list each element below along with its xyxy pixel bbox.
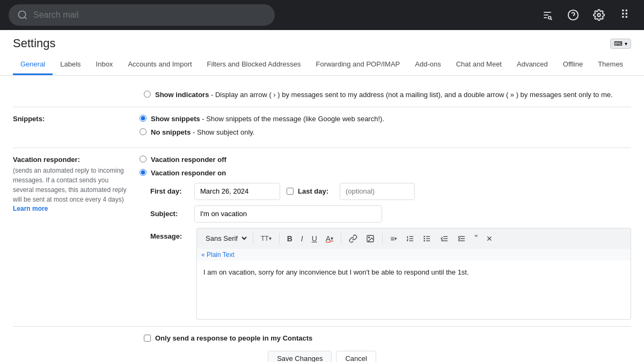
show-indicators-radio[interactable] [144,91,151,98]
topbar-right: ⠿ [537,4,635,26]
snippets-row: Snippets: Show snippets - Show snippets … [13,107,631,148]
first-day-label: First day: [150,187,188,195]
save-bar: Save Changes Cancel [13,351,631,363]
no-snippets-label: No snippets - Show subject only. [151,127,254,138]
italic-btn[interactable]: I [298,232,306,245]
ol-btn[interactable] [402,232,418,245]
toolbar-divider-4 [382,233,383,244]
tab-filters[interactable]: Filters and Blocked Addresses [200,55,309,75]
toolbar-divider-1 [253,233,253,244]
tab-accounts[interactable]: Accounts and Import [120,55,199,75]
image-btn[interactable] [363,232,378,245]
blockquote-btn[interactable]: " [471,232,481,246]
no-snippets-option: No snippets - Show subject only. [140,127,631,138]
show-snippets-option: Show snippets - Show snippets of the mes… [140,114,631,124]
tab-advanced[interactable]: Advanced [509,55,555,75]
svg-point-0 [19,11,26,18]
subject-row: Subject: [150,205,631,223]
toolbar-divider-3 [341,233,341,244]
search-input[interactable] [33,10,266,20]
svg-point-9 [597,13,601,17]
settings-icon-btn[interactable] [588,4,610,26]
settings-title-row: Settings ⌨ ▾ [13,36,631,55]
contacts-only-label: Only send a response to people in my Con… [155,334,312,342]
plain-text-link[interactable]: « Plain Text [196,249,631,261]
vacation-off-label: Vacation responder off [151,154,226,165]
svg-point-18 [424,236,425,237]
cancel-button[interactable]: Cancel [336,351,376,363]
vacation-label: Vacation responder: (sends an automated … [13,154,131,212]
remove-formatting-btn[interactable]: ✕ [483,232,496,245]
svg-point-5 [548,17,551,19]
tab-themes[interactable]: Themes [590,55,631,75]
last-day-label: Last day: [298,187,335,195]
apps-icon-btn[interactable]: ⠿ [614,4,635,26]
tab-labels[interactable]: Labels [53,55,88,75]
link-btn[interactable] [346,232,361,245]
font-size-btn[interactable]: TT ▾ [258,233,275,245]
vacation-off-radio[interactable] [140,156,147,162]
first-day-input[interactable] [194,183,280,200]
day-row: First day: Last day: [150,183,631,200]
search-icon [17,10,28,20]
filter-icon-btn[interactable] [537,4,558,26]
keyboard-shortcut-btn[interactable]: ⌨ ▾ [610,39,631,49]
help-icon-btn[interactable] [562,4,584,26]
toolbar-divider-2 [279,233,280,244]
vacation-on-radio[interactable] [140,169,147,176]
vacation-row: Vacation responder: (sends an automated … [13,148,631,327]
message-area: Message: Sans Serif TT [150,228,631,320]
tab-general[interactable]: General [13,55,53,75]
tab-offline[interactable]: Offline [555,55,590,75]
settings-header: Settings ⌨ ▾ General Labels Inbox Accoun… [0,30,644,76]
svg-line-6 [551,19,552,20]
subject-label: Subject: [150,210,188,218]
align-btn[interactable]: ≡▾ [387,232,400,245]
learn-more-link[interactable]: Learn more [13,205,48,212]
last-day-input[interactable] [340,183,415,200]
message-toolbar: Sans Serif TT ▾ B I [196,228,631,249]
show-snippets-label: Show snippets - Show snippets of the mes… [151,114,384,124]
show-snippets-radio[interactable] [140,115,147,122]
topbar: ⠿ [0,0,644,30]
svg-line-1 [25,17,27,19]
vacation-off-option: Vacation responder off [140,154,631,165]
snippets-options: Show snippets - Show snippets of the mes… [140,114,631,141]
svg-point-20 [424,240,425,241]
indent-more-btn[interactable] [454,232,469,245]
indicators-row: Show indicators - Display an arrow ( › )… [13,84,631,107]
settings-content: Show indicators - Display an arrow ( › )… [0,76,644,362]
last-day-group: Last day: [287,183,415,200]
message-editor: Sans Serif TT ▾ B I [196,228,631,320]
settings-body: Show indicators - Display an arrow ( › )… [0,76,644,362]
vacation-options: Vacation responder off Vacation responde… [140,154,631,320]
search-bar[interactable] [9,4,275,26]
page-title: Settings [13,36,56,50]
contacts-check-row: Only send a response to people in my Con… [144,334,631,342]
snippets-label: Snippets: [13,114,131,141]
tab-forwarding[interactable]: Forwarding and POP/IMAP [308,55,407,75]
ul-btn[interactable] [420,232,435,245]
message-body[interactable]: I am on vacation, sorry for any inconvie… [196,261,631,320]
svg-point-19 [424,238,425,239]
tab-addons[interactable]: Add-ons [407,55,448,75]
last-day-checkbox[interactable] [287,188,294,195]
underline-btn[interactable]: U [309,232,320,245]
subject-input[interactable] [194,205,382,223]
text-color-btn[interactable]: A ▾ [323,232,336,245]
tab-inbox[interactable]: Inbox [89,55,121,75]
indent-less-btn[interactable] [437,232,452,245]
vacation-on-option: Vacation responder on [140,168,631,179]
contacts-only-checkbox[interactable] [144,335,151,342]
settings-nav: General Labels Inbox Accounts and Import… [13,55,631,75]
no-snippets-radio[interactable] [140,128,147,135]
tab-chat[interactable]: Chat and Meet [449,55,509,75]
svg-point-11 [369,237,370,238]
indicators-label: Show indicators - Display an arrow ( › )… [155,90,613,100]
indicators-option: Show indicators - Display an arrow ( › )… [144,90,613,100]
vacation-on-label: Vacation responder on [151,168,226,179]
save-changes-button[interactable]: Save Changes [268,351,332,363]
bold-btn[interactable]: B [284,232,296,245]
font-family-select[interactable]: Sans Serif [201,233,248,244]
vacation-fields: First day: Last day: Subject: [140,183,631,320]
